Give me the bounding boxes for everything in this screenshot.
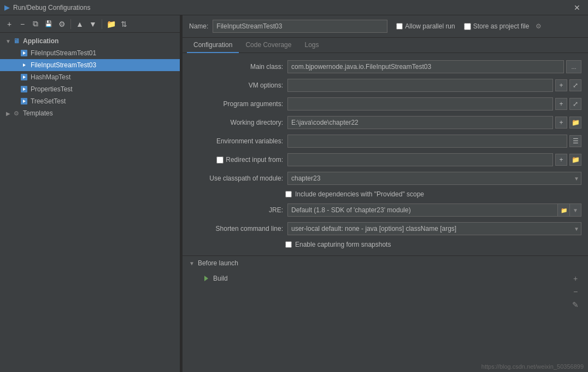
before-launch-label: Before launch [198,259,238,267]
redirect-input-input[interactable] [287,153,553,166]
shorten-cmd-label: Shorten command line: [189,225,287,233]
include-deps-row: Include dependencies with "Provided" sco… [183,188,588,201]
run-config-icon [20,97,28,106]
before-launch-edit-button[interactable]: ✎ [569,299,581,311]
env-vars-row: Environment variables: ☰ [183,132,588,150]
redirect-input-checkbox[interactable] [216,156,224,164]
before-launch-content: Build + − ✎ [183,270,588,287]
include-deps-label: Include dependencies with "Provided" sco… [295,190,424,198]
shorten-cmd-field: user-local default: none - java [options… [287,222,581,235]
title-bar-icon: ▶ [4,3,10,11]
move-down-button[interactable]: ▼ [87,18,99,30]
config-content: Main class: ... VM options: + ⤢ Program … [183,53,588,372]
tree-group-application[interactable]: ▼ 🖥 Application [0,35,180,47]
tab-configuration[interactable]: Configuration [187,38,239,53]
vm-options-expand-button[interactable]: ⤢ [569,79,581,91]
allow-parallel-checkbox[interactable] [396,23,403,30]
program-args-label: Program arguments: [189,100,287,108]
remove-config-button[interactable]: − [16,18,28,30]
tree-container[interactable]: ▼ 🖥 Application FileInputStreamTest01 Fi… [0,33,180,372]
name-input[interactable] [213,20,387,33]
build-item: Build [198,271,581,286]
jre-field: 📁 ▼ [287,204,581,217]
program-args-add-button[interactable]: + [555,98,567,110]
tree-item-propertiestest[interactable]: PropertiesTest [0,83,180,95]
jre-row: JRE: 📁 ▼ [183,201,588,219]
env-vars-edit-button[interactable]: ☰ [569,135,581,147]
vm-options-row: VM options: + ⤢ [183,76,588,95]
tree-item-fileinputstreamtest03[interactable]: FileInputStreamTest03 [0,59,180,71]
enable-capturing-label: Enable capturing form snapshots [295,241,391,248]
tree-item-treesettest[interactable]: TreeSetTest [0,95,180,107]
vm-options-field: + ⤢ [287,79,581,92]
run-config-icon [20,49,28,57]
working-dir-input[interactable] [287,116,553,129]
allow-parallel-row: Allow parallel run [396,22,455,30]
main-class-input[interactable] [287,60,564,73]
close-button[interactable]: ✕ [571,2,584,13]
vm-options-add-button[interactable]: + [555,79,567,91]
settings-config-button[interactable]: ⚙ [56,18,68,30]
templates-icon: ⚙ [12,109,21,118]
redirect-input-field: + 📁 [287,153,581,166]
shorten-cmd-row: Shorten command line: user-local default… [183,219,588,238]
shorten-cmd-select-wrapper: user-local default: none - java [options… [287,222,581,235]
vm-options-input[interactable] [287,79,553,92]
left-panel: + − ⧉ 💾 ⚙ ▲ ▼ 📁 [0,15,180,372]
working-dir-row: Working directory: + 📁 [183,113,588,132]
shorten-cmd-select[interactable]: user-local default: none - java [options… [287,222,581,235]
right-panel: Name: Allow parallel run Store as projec… [183,15,588,372]
classpath-label: Use classpath of module: [189,175,287,182]
include-deps-checkbox[interactable] [285,191,292,197]
main-class-browse-button[interactable]: ... [566,60,581,73]
env-vars-input[interactable] [287,135,567,148]
enable-capturing-checkbox[interactable] [285,241,292,248]
program-args-expand-button[interactable]: ⤢ [569,98,581,110]
env-vars-label: Environment variables: [189,137,287,145]
jre-dropdown-button[interactable]: ▼ [569,204,581,217]
classpath-select-wrapper: chapter23 ▼ [287,172,581,185]
before-launch-arrow-icon: ▼ [189,260,195,266]
classpath-row: Use classpath of module: chapter23 ▼ [183,169,588,188]
run-config-icon [20,73,28,82]
env-vars-field: ☰ [287,135,581,148]
title-bar-text: Run/Debug Configurations [13,4,90,11]
name-row: Name: Allow parallel run Store as projec… [183,15,588,38]
tab-code-coverage[interactable]: Code Coverage [239,38,298,53]
tree-item-fileinputstreamtest01[interactable]: FileInputStreamTest01 [0,47,180,59]
tree-item-hashmaptest[interactable]: HashMapTest [0,71,180,83]
working-dir-browse-button[interactable]: 📁 [569,117,581,129]
build-icon [202,275,210,282]
redirect-input-add-button[interactable]: + [555,154,567,166]
tabs-bar: Configuration Code Coverage Logs [183,38,588,53]
program-args-input[interactable] [287,97,553,111]
before-launch-header[interactable]: ▼ Before launch [183,255,588,270]
redirect-input-row: Redirect input from: + 📁 [183,150,588,169]
toolbar-sep1 [70,19,71,29]
before-launch-remove-button[interactable]: − [569,286,581,298]
store-project-gear-button[interactable]: ⚙ [533,21,543,31]
save-config-button[interactable]: 💾 [43,18,55,30]
sort-button[interactable]: ⇅ [118,18,130,30]
run-config-icon [20,61,28,69]
move-up-button[interactable]: ▲ [74,18,86,30]
main-class-label: Main class: [189,63,287,71]
add-config-button[interactable]: + [3,18,15,30]
tree-item-templates[interactable]: ▶ ⚙ Templates [0,107,180,119]
jre-input[interactable] [287,204,557,217]
toolbar-sep2 [102,19,102,29]
jre-label: JRE: [189,206,287,214]
working-dir-add-button[interactable]: + [555,117,567,129]
before-launch-add-button[interactable]: + [569,272,581,284]
redirect-input-browse-button[interactable]: 📁 [569,154,581,166]
working-dir-field: + 📁 [287,116,581,129]
classpath-select[interactable]: chapter23 [287,172,581,185]
vm-options-label: VM options: [189,82,287,89]
run-config-icon [20,85,28,94]
jre-browse-button[interactable]: 📁 [557,204,569,217]
tab-logs[interactable]: Logs [298,38,325,53]
store-project-checkbox[interactable] [464,23,471,30]
copy-config-button[interactable]: ⧉ [30,18,42,30]
enable-capturing-row: Enable capturing form snapshots [183,238,588,251]
folder-button[interactable]: 📁 [105,18,117,30]
